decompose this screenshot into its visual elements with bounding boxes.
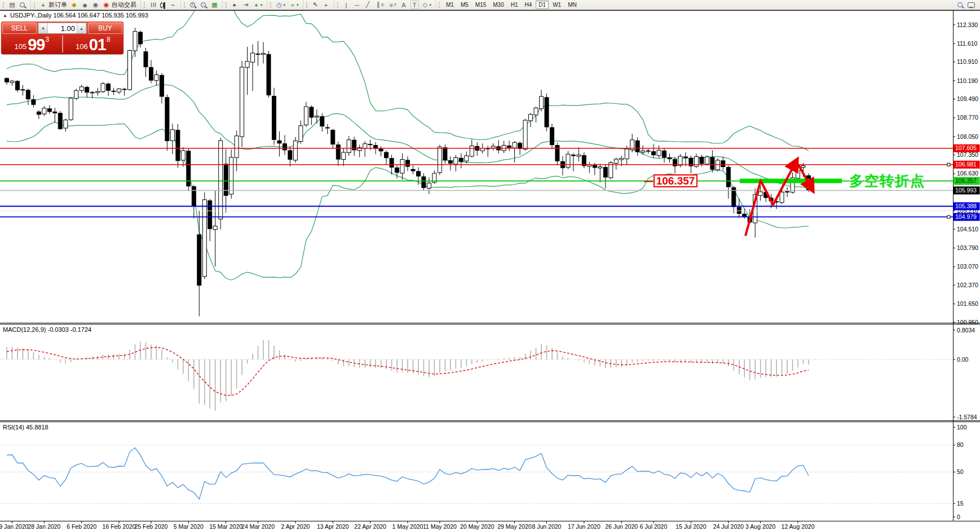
candle (385, 152, 389, 158)
candle (80, 87, 83, 91)
timeframe-w1[interactable]: W1 (550, 1, 564, 9)
candle (267, 54, 271, 95)
date-label: 20 May 2020 (460, 523, 495, 530)
new-chart-icon[interactable]: +▾ (251, 1, 264, 9)
pivot-note-text[interactable]: 多空转折点 (849, 172, 925, 190)
profiles-icon[interactable]: ☻ (80, 1, 90, 9)
price-annotation-box[interactable]: 106.357 (654, 174, 698, 187)
crosshair-icon: + (323, 1, 330, 8)
line-chart-icon: ~ (169, 1, 176, 8)
zoom-in-icon[interactable]: + (188, 1, 198, 9)
candle (603, 167, 607, 177)
date-label: 1 May 2020 (392, 523, 423, 530)
candle (684, 157, 688, 157)
candlestick-chart-icon[interactable] (159, 1, 167, 9)
pivot-green-bar[interactable] (740, 179, 842, 183)
chart-window: 112.330111.610110.910110.190109.490108.7… (0, 10, 980, 531)
candle (577, 155, 581, 156)
new-order-button[interactable]: +新订单 (38, 1, 68, 9)
autotrading-button[interactable]: ◉自动交易 (101, 1, 138, 9)
indicators-icon[interactable]: ≈▾ (288, 1, 300, 9)
symbol-header: ▲ USDJPY-,Daily 106.564 106.647 105.935 … (3, 12, 148, 19)
candle (170, 130, 174, 141)
toolbar-group-scroll: ▸⇥+▾ (222, 0, 267, 10)
timeframe-m30[interactable]: M30 (490, 1, 506, 9)
candle (721, 161, 725, 167)
volume-down-button[interactable]: ▼ (38, 23, 48, 33)
candle (64, 120, 68, 128)
styler-icon[interactable]: ◆ (69, 1, 79, 9)
trendline-icon[interactable]: ╱ (363, 1, 373, 9)
price-line-label: 105.388 (955, 203, 977, 209)
line-chart-icon[interactable]: ~ (168, 1, 178, 9)
data-window-icon[interactable] (18, 1, 28, 9)
candle (411, 169, 415, 171)
candle (202, 200, 206, 277)
candle (368, 144, 372, 145)
chart-list-icon[interactable]: ▤ (7, 1, 17, 9)
volume-input[interactable] (48, 23, 77, 33)
tile-windows-icon: ▦ (211, 1, 218, 8)
date-label: 17 Jun 2020 (568, 523, 601, 530)
channel-icon[interactable]: ∥E (374, 1, 386, 9)
candle (523, 120, 527, 149)
chat-icon[interactable] (966, 1, 976, 9)
cursor-icon: ↖ (312, 1, 319, 8)
candle (26, 90, 30, 99)
candle (181, 151, 185, 160)
timeframe-d1[interactable]: D1 (536, 1, 549, 9)
zoom-out-icon[interactable]: - (199, 1, 209, 9)
chart-canvas[interactable]: 112.330111.610110.910110.190109.490108.7… (0, 10, 980, 531)
candle (21, 90, 25, 90)
timeframe-m15[interactable]: M15 (473, 1, 489, 9)
candle (571, 155, 575, 156)
shapes-icon[interactable]: ◇▾ (421, 1, 433, 9)
timeframe-m1[interactable]: M1 (443, 1, 457, 9)
fibonacci-icon[interactable]: ≡F (386, 1, 398, 9)
collapse-panel-icon[interactable]: ▲ (3, 13, 7, 18)
tile-windows-icon[interactable]: ▦ (210, 1, 219, 9)
timeframe-mn[interactable]: MN (565, 1, 580, 9)
buy-price[interactable]: 106 01 8 (64, 34, 123, 53)
cursor-icon[interactable]: ↖ (311, 1, 320, 9)
candle (32, 99, 36, 104)
vertical-line-icon[interactable]: | (342, 1, 351, 9)
search-icon[interactable] (956, 1, 965, 9)
candle (133, 32, 137, 51)
line-selection-handle[interactable] (947, 163, 950, 166)
candle (716, 160, 719, 170)
candle (288, 151, 292, 160)
crosshair-icon[interactable]: + (321, 1, 331, 9)
bar-chart-icon[interactable]: ☰ (148, 1, 158, 9)
candle (16, 81, 20, 90)
price-tick-label: 111.610 (957, 40, 978, 47)
sell-button[interactable]: SELL (2, 23, 37, 34)
candle (37, 112, 41, 115)
price-tick-label: 108.050 (957, 133, 978, 140)
toolbar-group-zoom: +-▦ (180, 0, 222, 10)
text-icon[interactable]: A (399, 1, 409, 9)
auto-scroll-icon[interactable]: ▸ (230, 1, 240, 9)
date-label: 2 Apr 2020 (281, 523, 310, 530)
line-selection-handle[interactable] (947, 216, 950, 218)
volume-up-button[interactable]: ▲ (77, 23, 86, 33)
label-icon[interactable]: T (410, 1, 420, 9)
alerts-icon[interactable]: ◉ (91, 1, 100, 9)
sell-price-big: 99 (28, 37, 45, 52)
candle (149, 68, 153, 81)
horizontal-line-icon[interactable]: ─ (352, 1, 362, 9)
timeframe-h4[interactable]: H4 (522, 1, 535, 9)
bar-chart-icon: ☰ (149, 1, 157, 8)
candle (534, 108, 538, 115)
date-label: 15 Jul 2020 (676, 523, 706, 530)
candle (117, 89, 121, 93)
timeframe-h1[interactable]: H1 (508, 1, 521, 9)
chart-shift-icon[interactable]: ⇥ (241, 1, 250, 9)
price-tick-label: 101.650 (957, 300, 978, 307)
sell-price[interactable]: 105 99 3 (2, 34, 61, 53)
candle (315, 116, 319, 117)
periods-icon[interactable]: ◷▾ (275, 1, 287, 9)
chevron-down-icon: ▾ (261, 3, 263, 7)
timeframe-m5[interactable]: M5 (458, 1, 471, 9)
buy-button[interactable]: BUY (88, 23, 122, 34)
